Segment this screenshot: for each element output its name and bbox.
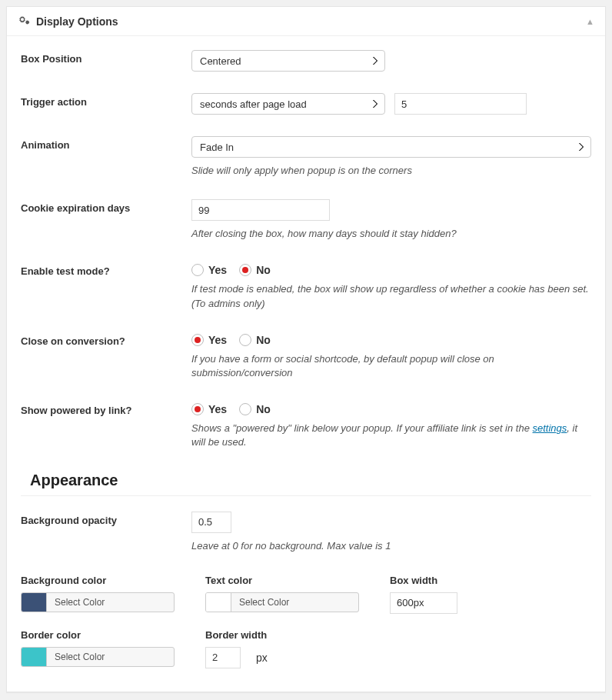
bg-opacity-input[interactable] bbox=[191, 512, 231, 533]
radio-icon bbox=[239, 403, 251, 415]
box-width-label: Box width bbox=[390, 575, 457, 586]
border-width-unit: px bbox=[256, 652, 268, 664]
animation-select[interactable]: Fade In bbox=[191, 136, 591, 158]
box-position-label: Box Position bbox=[21, 50, 191, 65]
radio-icon bbox=[239, 334, 251, 346]
box-position-select-wrap: Centered bbox=[191, 50, 385, 72]
text-color-label: Text color bbox=[205, 575, 359, 586]
border-width-label: Border width bbox=[205, 629, 268, 641]
border-color-swatch bbox=[22, 648, 46, 666]
powered-radio-group: Yes No bbox=[191, 403, 591, 415]
bg-color-swatch bbox=[22, 593, 46, 612]
radio-icon bbox=[191, 264, 204, 276]
powered-yes[interactable]: Yes bbox=[191, 403, 227, 415]
border-width-input[interactable] bbox=[205, 647, 241, 668]
animation-help: Slide will only apply when popup is on t… bbox=[191, 164, 591, 178]
test-mode-help: If test mode is enabled, the box will sh… bbox=[191, 282, 591, 310]
bg-color-button[interactable]: Select Color bbox=[46, 593, 112, 612]
test-mode-no[interactable]: No bbox=[239, 264, 271, 276]
trigger-action-label: Trigger action bbox=[21, 93, 191, 108]
border-color-picker[interactable]: Select Color bbox=[21, 647, 175, 667]
cookie-days-help: After closing the box, how many days sho… bbox=[191, 227, 591, 241]
test-mode-label: Enable test mode? bbox=[21, 262, 191, 277]
close-conv-help: If you have a form or social shortcode, … bbox=[191, 352, 591, 380]
animation-label: Animation bbox=[21, 136, 191, 151]
appearance-heading: Appearance bbox=[30, 472, 591, 489]
box-width-input[interactable] bbox=[390, 592, 457, 614]
cookie-days-input[interactable] bbox=[191, 199, 330, 221]
divider bbox=[21, 495, 591, 496]
trigger-action-select-wrap: seconds after page load bbox=[191, 93, 385, 115]
animation-select-wrap: Fade In bbox=[191, 136, 591, 158]
close-conv-no[interactable]: No bbox=[239, 334, 271, 346]
test-mode-radio-group: Yes No bbox=[191, 264, 591, 276]
powered-label: Show powered by link? bbox=[21, 402, 191, 416]
display-options-panel: Display Options ▲ Box Position Centered … bbox=[6, 6, 606, 692]
close-conv-radio-group: Yes No bbox=[191, 334, 591, 346]
bg-opacity-help: Leave at 0 for no background. Max value … bbox=[191, 539, 591, 553]
cookie-days-label: Cookie expiration days bbox=[21, 199, 191, 214]
text-color-swatch bbox=[206, 593, 231, 612]
bg-color-label: Background color bbox=[21, 575, 175, 586]
text-color-button[interactable]: Select Color bbox=[231, 593, 297, 612]
radio-icon bbox=[191, 334, 204, 346]
collapse-icon[interactable]: ▲ bbox=[586, 17, 594, 26]
panel-title: Display Options bbox=[36, 15, 118, 28]
test-mode-yes[interactable]: Yes bbox=[191, 264, 227, 276]
settings-link[interactable]: settings bbox=[533, 422, 567, 434]
radio-icon bbox=[191, 403, 204, 415]
bg-color-picker[interactable]: Select Color bbox=[21, 592, 175, 612]
border-color-label: Border color bbox=[21, 629, 175, 641]
radio-icon bbox=[239, 264, 251, 276]
close-conv-yes[interactable]: Yes bbox=[191, 334, 227, 346]
panel-header[interactable]: Display Options ▲ bbox=[7, 7, 605, 36]
box-position-select[interactable]: Centered bbox=[191, 50, 385, 72]
close-conv-label: Close on conversion? bbox=[21, 332, 191, 347]
text-color-picker[interactable]: Select Color bbox=[205, 592, 359, 612]
powered-no[interactable]: No bbox=[239, 403, 271, 415]
bg-opacity-label: Background opacity bbox=[21, 512, 191, 526]
trigger-value-input[interactable] bbox=[394, 93, 527, 115]
powered-help: Shows a "powered by" link below your pop… bbox=[191, 422, 591, 449]
panel-body: Box Position Centered Trigger action sec… bbox=[7, 36, 605, 692]
gears-icon bbox=[18, 15, 30, 28]
trigger-action-select[interactable]: seconds after page load bbox=[191, 93, 385, 115]
border-color-button[interactable]: Select Color bbox=[46, 648, 112, 666]
